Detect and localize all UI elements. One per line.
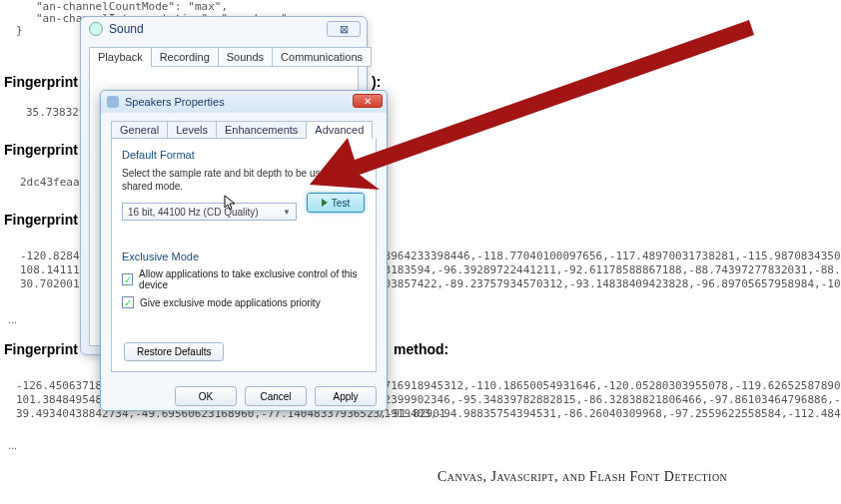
tab-sounds[interactable]: Sounds <box>218 47 273 67</box>
ok-button[interactable]: OK <box>175 386 237 406</box>
test-button[interactable]: Test <box>307 193 365 213</box>
value-line: 71919403,-94.98835754394531,-86.26040309… <box>378 407 841 420</box>
tab-general[interactable]: General <box>111 121 168 139</box>
value-line: 2dc43feaa1 <box>20 176 86 189</box>
close-button[interactable]: ✕ <box>353 94 383 108</box>
tab-recording[interactable]: Recording <box>151 47 219 67</box>
value-line: -120.82844 <box>20 250 86 262</box>
fp-heading-suffix: method: <box>394 341 448 357</box>
restore-defaults-button[interactable]: Restore Defaults <box>124 342 224 361</box>
value-line: 28964233398446,-118.77040100097656,-117.… <box>378 250 841 262</box>
sound-title-text: Sound <box>109 22 144 36</box>
exclusive-mode-title: Exclusive Mode <box>122 251 366 262</box>
value-line: 1716918945312,-110.18650054931646,-120.0… <box>378 379 841 392</box>
close-button[interactable]: ⊠ <box>327 21 361 37</box>
tab-communications[interactable]: Communications <box>272 47 372 67</box>
value-line: 30.7020015 <box>20 277 86 290</box>
tab-enhancements[interactable]: Enhancements <box>216 121 307 139</box>
code-brace: } <box>16 24 23 37</box>
value-line: 72399902346,-95.34839782882815,-86.32838… <box>378 393 841 406</box>
ellipsis: ... <box>8 313 17 325</box>
tab-playback[interactable]: Playback <box>89 47 152 67</box>
value-line: 703857422,-89.23757934570312,-93.1483840… <box>378 277 841 290</box>
fp-heading: Fingerprint <box>4 341 78 357</box>
cancel-button[interactable]: Cancel <box>245 386 307 406</box>
chevron-down-icon: ▼ <box>283 208 291 217</box>
canvas-heading: Canvas, Javascript, and Flash Font Detec… <box>437 469 727 485</box>
sample-rate-dropdown[interactable]: 16 bit, 44100 Hz (CD Quality) ▼ <box>122 203 297 221</box>
value-line: 108.141113 <box>20 263 86 276</box>
dropdown-value: 16 bit, 44100 Hz (CD Quality) <box>128 207 259 218</box>
fp-heading: Fingerprint <box>4 74 78 90</box>
speakers-properties-window: Speakers Properties ✕ General Levels Enh… <box>100 90 388 411</box>
checkbox-label: Give exclusive mode applications priorit… <box>140 297 321 308</box>
fp-heading: Fingerprint <box>4 212 78 228</box>
default-format-desc: Select the sample rate and bit depth to … <box>122 167 366 193</box>
tab-levels[interactable]: Levels <box>167 121 217 139</box>
tab-advanced[interactable]: Advanced <box>306 121 373 139</box>
speakers-title: Speakers Properties <box>125 96 225 108</box>
play-icon <box>322 199 328 207</box>
sound-icon <box>89 22 103 36</box>
checkbox-exclusive-control[interactable]: ✓ <box>122 273 133 285</box>
value-line: -126.45063718 <box>16 379 102 392</box>
value-line: 13183594,-96.39289722441211,-92.61178588… <box>378 263 841 276</box>
default-format-title: Default Format <box>122 149 366 161</box>
speakers-icon <box>107 96 119 108</box>
checkbox-label: Allow applications to take exclusive con… <box>139 268 366 290</box>
ellipsis: ... <box>8 439 17 451</box>
fp-heading: Fingerprint <box>4 142 78 158</box>
apply-button[interactable]: Apply <box>315 386 377 406</box>
fp-heading-suffix: ): <box>372 74 381 90</box>
checkbox-exclusive-priority[interactable]: ✓ <box>122 296 134 308</box>
